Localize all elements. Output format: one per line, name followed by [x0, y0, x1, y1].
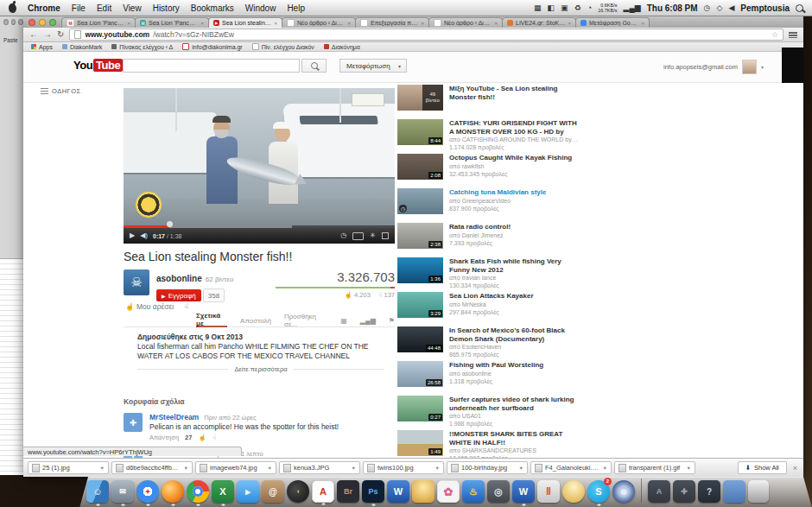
download-item[interactable]: 25 (1).jpg▼	[28, 461, 109, 474]
excel-icon[interactable]: X	[212, 480, 234, 503]
search-input[interactable]	[124, 63, 299, 75]
forward-button[interactable]: →	[43, 30, 52, 39]
tab-new-article-2[interactable]: Νέο άρθρο ‹ Διακόνημα —×	[428, 17, 503, 28]
volume-icon[interactable]: ◀	[728, 3, 734, 12]
menubar-history[interactable]: History	[153, 3, 180, 13]
zoom-window-button[interactable]	[49, 19, 56, 26]
user-menu[interactable]: Pemptousia	[740, 3, 790, 13]
progress-bar[interactable]	[124, 225, 395, 228]
playlist-icon[interactable]: ▦	[340, 317, 347, 325]
bookmark-star-icon[interactable]: ☆	[771, 30, 778, 39]
word-alt-icon[interactable]: W	[512, 480, 535, 503]
related-thumbnail[interactable]: ◷	[397, 188, 443, 214]
related-video[interactable]: 8:44 CATFISH: YURI GRISENDI FIGHT WITH A…	[397, 119, 578, 154]
download-item[interactable]: 100-birthday.jpg▼	[447, 461, 528, 474]
related-thumbnail[interactable]: 2:08	[397, 154, 443, 180]
download-item[interactable]: transparent (1).gif▼	[614, 461, 695, 474]
channel-name[interactable]: asobonline	[156, 274, 202, 283]
gameranger-icon[interactable]: ◖	[287, 480, 309, 503]
settings-gear-icon[interactable]: ✳	[370, 232, 376, 239]
upload-button[interactable]: Μεταφόρτωση	[339, 59, 397, 73]
tab-add-to[interactable]: Προσθήκη σε...	[284, 313, 327, 328]
menubar-view[interactable]: View	[123, 3, 142, 13]
menubar-window[interactable]: Window	[245, 3, 276, 13]
background-window-sliver[interactable]: Paste	[0, 16, 24, 475]
show-all-downloads-button[interactable]: ⬇Show All	[738, 461, 787, 474]
tab-close-icon[interactable]: ×	[127, 21, 130, 26]
time-machine-icon[interactable]: ◷	[704, 3, 711, 12]
download-caret-icon[interactable]: ▼	[603, 466, 607, 471]
tab-youtube-active[interactable]: ▶Sea Lion stealing Monster×	[208, 17, 282, 28]
tab-huffpost[interactable]: HSea Lion 'Pancho' Steals T×	[135, 17, 209, 28]
apple-menu-icon[interactable]	[9, 3, 16, 13]
iphoto-icon[interactable]: ✿	[437, 480, 460, 503]
firefox-icon[interactable]	[162, 480, 184, 503]
play-button[interactable]: ▶	[130, 232, 135, 239]
download-caret-icon[interactable]: ▼	[519, 466, 523, 471]
download-caret-icon[interactable]: ▼	[687, 466, 691, 471]
network-speed-indicator[interactable]: 0.6KB/s 16.7KB/s	[598, 3, 617, 13]
related-thumbnail[interactable]: 44:48	[397, 326, 443, 352]
tab-close-icon[interactable]: ×	[421, 21, 424, 26]
subscribe-button[interactable]: ▶Εγγραφή	[156, 289, 201, 301]
bluetooth-icon[interactable]: ◇	[716, 3, 722, 12]
related-thumbnail[interactable]: 1:49	[397, 430, 443, 456]
dictionary-icon[interactable]: ?	[698, 480, 720, 503]
word-icon[interactable]: W	[387, 480, 409, 503]
lightbulb-app-icon[interactable]	[562, 480, 585, 503]
menubar-help[interactable]: Help	[287, 3, 305, 13]
status-icon-graph[interactable]: ▂▄▆	[623, 3, 640, 12]
volume-button[interactable]: ◀)	[140, 232, 148, 239]
toast-icon[interactable]: ♨	[462, 480, 485, 503]
comment-author[interactable]: MrSteelDream	[149, 413, 199, 421]
idvd-icon[interactable]: ◉	[612, 480, 635, 503]
tab-live24[interactable]: LIVE24.gr: StoKokkino 105×	[502, 17, 576, 28]
stats-icon[interactable]: ▂▄▆	[360, 317, 376, 325]
video-frame[interactable]	[124, 88, 395, 228]
menubar-app-chrome[interactable]: Chrome	[28, 3, 60, 13]
dislike-button[interactable]: ☟	[184, 302, 188, 311]
tab-about[interactable]: Σχετικά με	[196, 314, 227, 327]
tab-gmail[interactable]: MSea Lion 'Pancho' Steals T×	[61, 17, 136, 28]
mail-icon[interactable]: ✉	[111, 480, 134, 503]
applications-folder-icon[interactable]: A	[648, 480, 670, 503]
minimize-window-button[interactable]	[39, 19, 46, 26]
bookmark-wp-dashboard[interactable]: Πίνακας ελέγχου ‹ Δ	[111, 44, 173, 50]
window-controls[interactable]	[29, 19, 56, 26]
tab-close-icon[interactable]: ×	[641, 21, 644, 26]
menubar-clock[interactable]: Thu 6:08 PM	[647, 3, 698, 13]
download-caret-icon[interactable]: ▼	[100, 466, 105, 471]
facetime-icon[interactable]: ▸	[237, 480, 259, 503]
close-downloads-bar[interactable]: ×	[793, 464, 797, 472]
tab-new-article[interactable]: Νέο άρθρο ‹ Διακόνημα×	[282, 17, 356, 28]
related-video[interactable]: 2:38 Rata radio control!από Daniel Jimen…	[397, 223, 578, 257]
status-icon-4[interactable]: ♻	[574, 3, 581, 12]
show-more[interactable]: Δείτε περισσότερα	[137, 364, 384, 374]
search-button[interactable]	[301, 59, 327, 73]
spotlight-icon[interactable]	[796, 4, 803, 12]
tab-close-icon[interactable]: ×	[200, 21, 204, 26]
bookmark-diakonmark[interactable]: DiakonMark	[62, 44, 102, 50]
tab-close-icon[interactable]: ×	[494, 21, 498, 26]
download-item[interactable]: d6be9accbc4ffbba0c9...jpg▼	[111, 461, 193, 474]
safari-icon[interactable]: ✦	[136, 480, 159, 503]
utilities-folder-icon[interactable]: ✚	[673, 480, 695, 503]
download-caret-icon[interactable]: ▼	[184, 466, 188, 471]
related-video[interactable]: 0:27 Surfer captures video of shark lurk…	[397, 396, 578, 430]
account-avatar[interactable]	[742, 60, 757, 74]
reload-button[interactable]: ↻	[57, 30, 64, 39]
windows-folder-icon[interactable]	[723, 480, 745, 503]
skype-icon[interactable]: S2	[587, 480, 610, 503]
finder-icon[interactable]: ☺	[86, 480, 109, 503]
bookmark-wp-admin[interactable]: Πίν. ελέγχου Διακόν	[252, 43, 314, 50]
related-video[interactable]: 26:58 Fishing with Paul Worstelingαπό as…	[397, 361, 578, 396]
related-video[interactable]: 1:49 !!MONSTER SHARK BITES GREAT WHITE I…	[397, 430, 578, 458]
menubar-file[interactable]: File	[72, 3, 86, 13]
captions-button[interactable]	[352, 232, 364, 240]
bridge-icon[interactable]: Br	[337, 480, 359, 503]
tab-close-icon[interactable]: ×	[347, 21, 351, 26]
menubar-bookmarks[interactable]: Bookmarks	[191, 3, 234, 13]
chrome-menu-icon[interactable]	[789, 32, 797, 38]
menubar-edit[interactable]: Edit	[97, 3, 111, 13]
related-video[interactable]: ◷ Catching tuna Maldivian styleαπό Green…	[397, 188, 578, 223]
